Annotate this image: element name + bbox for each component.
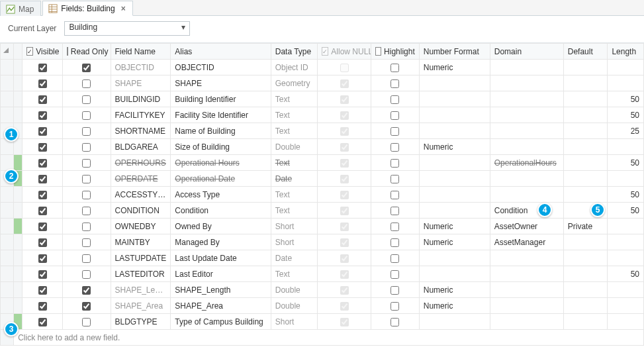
cell-visible[interactable]	[23, 60, 63, 75]
cell-datatype[interactable]: Short	[271, 219, 318, 234]
visible-checkbox[interactable]	[38, 159, 47, 168]
cell-datatype[interactable]: Geometry	[271, 75, 318, 91]
cell-length[interactable]	[608, 171, 644, 187]
cell-fieldname[interactable]: OPERHOURS	[111, 155, 171, 171]
cell-highlight[interactable]	[371, 234, 420, 250]
highlight-checkbox[interactable]	[391, 270, 399, 279]
cell-highlight[interactable]	[371, 250, 420, 266]
visible-checkbox[interactable]	[38, 64, 47, 72]
table-row[interactable]: OPERDATE Operational Date Date	[1, 171, 644, 187]
cell-readonly[interactable]	[62, 155, 111, 171]
cell-datatype[interactable]: Text	[271, 123, 318, 139]
header-default[interactable]: Default	[563, 44, 608, 60]
cell-length[interactable]	[608, 250, 644, 266]
cell-domain[interactable]: Condition	[490, 203, 563, 219]
cell-domain[interactable]	[490, 91, 563, 107]
cell-readonly[interactable]	[62, 187, 111, 203]
cell-default[interactable]	[563, 171, 608, 187]
cell-highlight[interactable]	[371, 91, 420, 107]
cell-highlight[interactable]	[371, 139, 420, 155]
cell-allownull[interactable]	[318, 282, 371, 298]
readonly-checkbox[interactable]	[82, 79, 91, 88]
cell-default[interactable]	[563, 139, 608, 155]
row-header[interactable]	[1, 282, 14, 298]
header-domain[interactable]: Domain	[490, 44, 563, 60]
cell-numberformat[interactable]: Numeric	[419, 139, 490, 155]
cell-domain[interactable]	[490, 282, 563, 298]
cell-datatype[interactable]: Double	[271, 282, 318, 298]
cell-domain[interactable]: AssetManager	[490, 234, 563, 250]
cell-datatype[interactable]: Text	[271, 203, 318, 219]
cell-highlight[interactable]	[371, 219, 420, 234]
cell-default[interactable]: Private	[563, 219, 608, 234]
cell-visible[interactable]	[23, 123, 63, 139]
highlight-checkbox[interactable]	[391, 302, 399, 311]
cell-visible[interactable]	[23, 219, 63, 234]
new-field-text[interactable]: Click here to add a new field.	[14, 330, 644, 346]
readonly-checkbox[interactable]	[82, 95, 91, 104]
highlight-checkbox[interactable]	[391, 238, 399, 247]
header-datatype[interactable]: Data Type	[271, 44, 318, 60]
cell-readonly[interactable]	[62, 203, 111, 219]
readonly-checkbox[interactable]	[82, 64, 91, 72]
cell-alias[interactable]: Type of Campus Building	[171, 314, 271, 330]
readonly-checkbox[interactable]	[82, 159, 91, 168]
cell-datatype[interactable]: Object ID	[271, 60, 318, 75]
cell-visible[interactable]	[23, 234, 63, 250]
cell-default[interactable]	[563, 234, 608, 250]
cell-datatype[interactable]: Date	[271, 250, 318, 266]
cell-default[interactable]	[563, 187, 608, 203]
cell-fieldname[interactable]: SHAPE	[111, 75, 171, 91]
cell-domain[interactable]	[490, 139, 563, 155]
cell-fieldname[interactable]: MAINTBY	[111, 234, 171, 250]
highlight-checkbox[interactable]	[391, 223, 399, 231]
row-header[interactable]	[1, 155, 14, 171]
table-row[interactable]: OBJECTID OBJECTID Object ID Numeric	[1, 60, 644, 75]
highlight-checkbox[interactable]	[391, 318, 399, 326]
cell-default[interactable]	[563, 282, 608, 298]
cell-highlight[interactable]	[371, 171, 420, 187]
cell-allownull[interactable]	[318, 219, 371, 234]
table-row[interactable]: SHAPE_Length SHAPE_Length Double Numeric	[1, 282, 644, 298]
readonly-checkbox[interactable]	[82, 127, 91, 136]
cell-readonly[interactable]	[62, 75, 111, 91]
readonly-checkbox[interactable]	[82, 238, 91, 247]
cell-visible[interactable]	[23, 155, 63, 171]
highlight-checkbox[interactable]	[391, 159, 399, 168]
cell-numberformat[interactable]	[419, 203, 490, 219]
cell-fieldname[interactable]: LASTEDITOR	[111, 266, 171, 282]
cell-domain[interactable]	[490, 314, 563, 330]
cell-length[interactable]: 50	[608, 91, 644, 107]
cell-domain[interactable]	[490, 266, 563, 282]
new-field-row[interactable]: Click here to add a new field.	[1, 330, 644, 346]
cell-datatype[interactable]: Text	[271, 155, 318, 171]
cell-numberformat[interactable]	[419, 314, 490, 330]
table-row[interactable]: SHAPE SHAPE Geometry	[1, 75, 644, 91]
cell-numberformat[interactable]	[419, 155, 490, 171]
cell-numberformat[interactable]: Numeric	[419, 234, 490, 250]
row-header[interactable]	[1, 203, 14, 219]
cell-datatype[interactable]: Short	[271, 314, 318, 330]
header-visible[interactable]: Visible	[23, 44, 63, 60]
cell-domain[interactable]	[490, 298, 563, 314]
cell-readonly[interactable]	[62, 282, 111, 298]
readonly-checkbox[interactable]	[82, 254, 91, 263]
cell-visible[interactable]	[23, 282, 63, 298]
highlight-checkbox[interactable]	[391, 79, 399, 88]
cell-alias[interactable]: Building Identifier	[171, 91, 271, 107]
cell-allownull[interactable]	[318, 139, 371, 155]
visible-checkbox[interactable]	[38, 95, 47, 104]
visible-checkbox[interactable]	[38, 191, 47, 199]
cell-alias[interactable]: Owned By	[171, 219, 271, 234]
table-row[interactable]: MAINTBY Managed By Short Numeric AssetMa…	[1, 234, 644, 250]
cell-readonly[interactable]	[62, 219, 111, 234]
cell-default[interactable]	[563, 298, 608, 314]
cell-default[interactable]	[563, 107, 608, 123]
cell-fieldname[interactable]: OPERDATE	[111, 171, 171, 187]
cell-readonly[interactable]	[62, 266, 111, 282]
cell-datatype[interactable]: Date	[271, 171, 318, 187]
cell-numberformat[interactable]: Numeric	[419, 219, 490, 234]
table-row[interactable]: BLDGTYPE Type of Campus Building Short	[1, 314, 644, 330]
cell-length[interactable]: 50	[608, 203, 644, 219]
cell-highlight[interactable]	[371, 123, 420, 139]
